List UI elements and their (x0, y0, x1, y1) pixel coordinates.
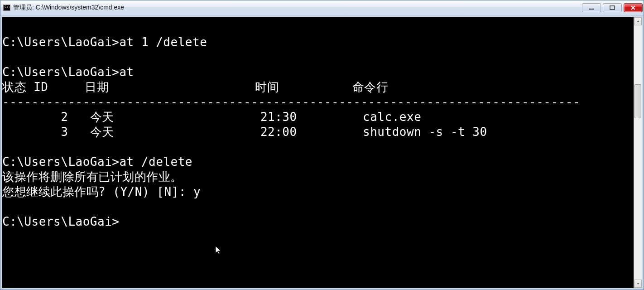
cmd-icon-text: C:\ (5, 5, 10, 9)
window-title: 管理员: C:\Windows\system32\cmd.exe (13, 4, 580, 12)
close-button[interactable] (624, 3, 643, 12)
chevron-down-icon (636, 282, 640, 285)
cmd-window: C:\ 管理员: C:\Windows\system32\cmd.exe C:\ (0, 0, 644, 290)
maximize-icon (610, 5, 615, 10)
minimize-icon (589, 5, 594, 10)
client-area: C:\Users\LaoGai>at 1 /delete C:\Users\La… (0, 15, 644, 290)
minimize-button[interactable] (582, 3, 601, 12)
scroll-up-button[interactable] (634, 17, 642, 25)
close-icon (630, 5, 636, 10)
scroll-down-button[interactable] (634, 280, 642, 288)
titlebar[interactable]: C:\ 管理员: C:\Windows\system32\cmd.exe (0, 0, 644, 15)
terminal-output[interactable]: C:\Users\LaoGai>at 1 /delete C:\Users\La… (2, 17, 634, 288)
scroll-track[interactable] (634, 25, 642, 280)
vertical-scrollbar[interactable] (634, 17, 642, 288)
svg-rect-1 (610, 6, 615, 10)
maximize-button[interactable] (603, 3, 622, 12)
cmd-icon: C:\ (3, 5, 10, 11)
window-controls (580, 3, 643, 12)
svg-rect-0 (589, 9, 594, 10)
chevron-up-icon (636, 20, 640, 23)
scroll-thumb[interactable] (634, 84, 641, 118)
